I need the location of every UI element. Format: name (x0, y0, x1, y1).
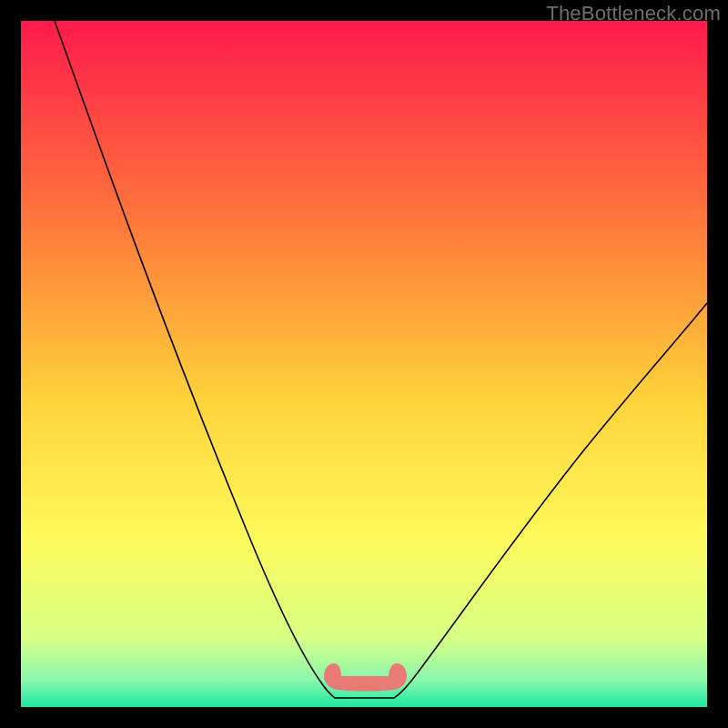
chart-svg (21, 21, 707, 707)
blob-right-dot (394, 667, 405, 678)
chart-frame: TheBottleneck.com (0, 0, 728, 728)
gradient-background (21, 21, 707, 707)
plot-area (21, 21, 707, 707)
watermark-text: TheBottleneck.com (546, 2, 721, 25)
blob-left-dot (325, 667, 336, 678)
